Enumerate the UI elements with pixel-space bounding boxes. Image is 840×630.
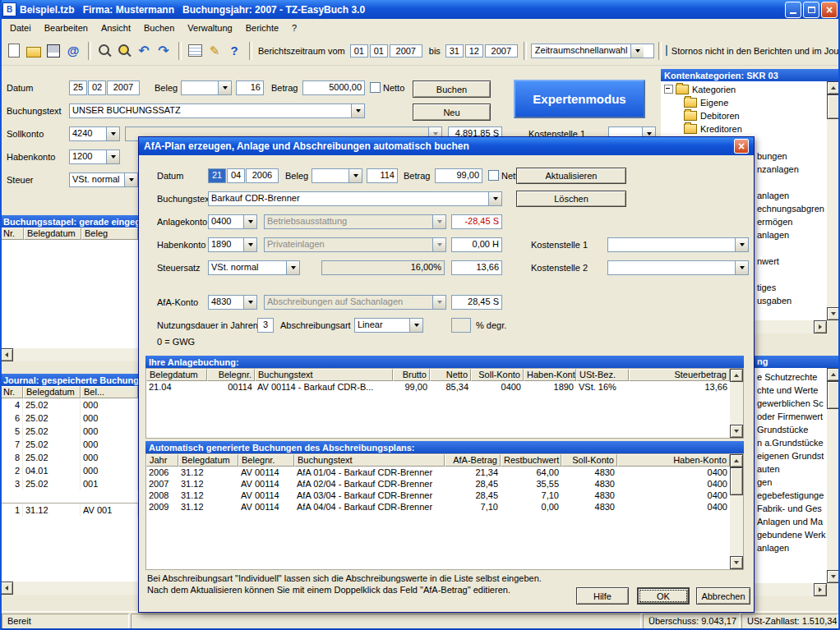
account-item-fragment[interactable]: gewerblichen Sc <box>757 397 826 410</box>
betrag-field[interactable]: 99,00 <box>435 168 482 183</box>
column-header[interactable]: Buchungstext <box>294 454 445 467</box>
stornos-checkbox[interactable] <box>666 45 667 56</box>
period-from-day-field[interactable]: 01 <box>350 44 368 57</box>
column-header[interactable]: Belegdatum <box>24 228 81 240</box>
column-header[interactable]: Beleg <box>81 228 138 240</box>
kostenstelle1-combo[interactable] <box>607 237 749 252</box>
help-icon[interactable] <box>225 42 243 60</box>
dropdown-arrow-icon[interactable] <box>243 215 256 228</box>
scroll-down-button[interactable] <box>827 307 840 320</box>
tree-collapse-icon[interactable] <box>664 85 673 94</box>
column-header[interactable]: Soll-Konto <box>561 454 617 467</box>
hilfe-button[interactable]: Hilfe <box>576 587 629 605</box>
table-row[interactable]: 825.02000 <box>0 451 138 464</box>
dialog-close-button[interactable] <box>734 139 749 154</box>
table-row[interactable]: 200931.12AV 00114AfA 04/04 - Barkauf CDR… <box>146 501 730 513</box>
menu-item[interactable]: Buchen <box>137 21 181 34</box>
table-row[interactable]: 21.0400114AV 00114 - Barkauf CDR-B...99,… <box>146 381 730 393</box>
dropdown-arrow-icon[interactable] <box>124 173 137 186</box>
new-file-icon[interactable] <box>5 42 23 60</box>
account-item-fragment[interactable]: Grundstücke <box>757 423 826 436</box>
nutzungsdauer-field[interactable]: 3 <box>257 318 274 333</box>
scroll-thumb[interactable] <box>827 94 840 119</box>
tree-item-fragment[interactable] <box>757 241 824 255</box>
period-quick-select-combo[interactable]: Zeitraumschnellanwahl <box>531 44 654 58</box>
period-to-year-field[interactable]: 2007 <box>485 44 518 57</box>
column-header[interactable]: Steuerbetrag <box>629 369 730 381</box>
column-header[interactable]: Nr. <box>0 228 24 240</box>
column-header[interactable]: Buchungstext <box>255 369 393 381</box>
scroll-up-button[interactable] <box>827 368 840 381</box>
column-header[interactable]: Belegnr. <box>238 454 294 467</box>
scroll-right-button[interactable] <box>814 320 827 333</box>
dropdown-arrow-icon[interactable] <box>106 127 119 140</box>
table-row[interactable]: 325.02001 <box>0 477 138 490</box>
account-item-fragment[interactable]: anlagen <box>757 541 826 554</box>
column-header[interactable]: Netto <box>430 369 471 381</box>
column-header[interactable]: Belegdatum <box>178 454 238 467</box>
dropdown-arrow-icon[interactable] <box>243 296 256 309</box>
period-from-month-field[interactable]: 01 <box>370 44 388 57</box>
table-row[interactable]: 725.02000 <box>0 438 138 451</box>
tree-item-fragment[interactable] <box>757 176 824 189</box>
netto-checkbox[interactable] <box>370 82 381 93</box>
tree-item-eigene[interactable]: Eigene <box>684 96 728 108</box>
abbrechen-button[interactable]: Abbrechen <box>696 587 750 605</box>
anlagekonto-combo[interactable]: 0400 <box>208 214 257 229</box>
scroll-track[interactable] <box>13 582 138 595</box>
buchen-button[interactable]: Buchen <box>413 80 491 98</box>
menu-item[interactable]: Ansicht <box>95 21 137 34</box>
tree-item-fragment[interactable] <box>757 268 824 281</box>
stapel-list-area[interactable] <box>0 240 138 348</box>
dropdown-arrow-icon[interactable] <box>409 319 422 332</box>
account-item-fragment[interactable]: n a.Grundstücke <box>757 436 826 449</box>
table-row[interactable]: 425.02000 <box>0 398 138 412</box>
ok-button[interactable]: OK <box>637 587 690 605</box>
expertenmodus-button[interactable]: Expertenmodus <box>514 80 645 118</box>
account-item-fragment[interactable]: egebefestigunge <box>757 489 826 502</box>
minimize-button[interactable] <box>785 2 801 18</box>
scroll-track[interactable] <box>827 381 840 570</box>
column-header[interactable]: Belegdatum <box>23 386 81 398</box>
account-item-fragment[interactable]: Fabrik- und Ges <box>757 502 826 515</box>
account-item-fragment[interactable]: auten <box>757 462 826 476</box>
scroll-down-button[interactable] <box>827 570 840 583</box>
steuer-combo[interactable]: VSt. normal <box>69 172 138 187</box>
column-header[interactable]: Nr. <box>0 386 23 398</box>
scroll-left-button[interactable] <box>0 582 13 595</box>
open-file-icon[interactable] <box>25 42 43 60</box>
dropdown-arrow-icon[interactable] <box>106 150 119 163</box>
column-header[interactable]: Bel... <box>81 386 138 398</box>
column-header[interactable]: AfA-Betrag <box>445 454 501 467</box>
column-header[interactable]: Haben-Konto <box>524 369 576 381</box>
column-header[interactable]: Belegdatum <box>146 369 207 381</box>
table-row[interactable]: 625.02000 <box>0 412 138 425</box>
tree-item-fragment[interactable]: echnungsabgren <box>757 202 824 215</box>
account-item-fragment[interactable]: gebundene Werk <box>757 528 826 541</box>
betrag-field[interactable]: 5000,00 <box>302 80 365 95</box>
menu-item[interactable]: Bearbeiten <box>38 21 95 34</box>
account-item-fragment[interactable]: Anlagen und Ma <box>757 515 826 528</box>
scroll-track[interactable] <box>730 382 743 425</box>
scroll-up-button[interactable] <box>827 81 840 94</box>
edit-icon[interactable] <box>205 42 224 60</box>
zoom-icon[interactable] <box>115 42 133 60</box>
buchungstext-combo[interactable]: UNSER BUCHUNGSSATZ <box>69 103 365 118</box>
table-row[interactable]: 525.02000 <box>0 425 138 438</box>
save-icon[interactable] <box>44 42 62 60</box>
scroll-right-button[interactable] <box>814 583 827 596</box>
tree-item-fragment[interactable]: bungen <box>757 149 824 163</box>
tree-item-fragment[interactable]: usgaben <box>757 294 824 307</box>
period-to-day-field[interactable]: 31 <box>445 44 464 57</box>
habenkonto-combo[interactable]: 1890 <box>208 237 257 252</box>
column-header[interactable]: Haben-Konto <box>617 454 730 467</box>
tree-item-fragment[interactable]: anlagen <box>757 189 824 202</box>
habenkonto-combo[interactable]: 1200 <box>69 149 120 164</box>
close-button[interactable] <box>821 2 838 18</box>
tree-item-fragment[interactable]: nzanlagen <box>757 163 824 176</box>
date-day-field[interactable]: 21 <box>208 168 226 183</box>
dropdown-arrow-icon[interactable] <box>218 81 231 94</box>
scroll-track[interactable] <box>13 348 138 361</box>
neu-button[interactable]: Neu <box>413 103 491 121</box>
abschreibungsart-combo[interactable]: Linear <box>354 318 423 333</box>
